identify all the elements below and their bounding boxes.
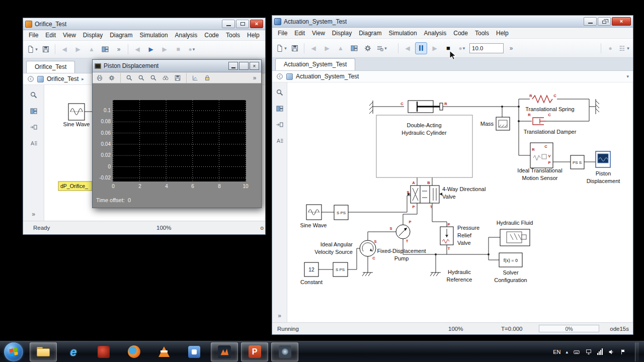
zoom-button[interactable] [124,73,134,83]
forward-icon[interactable]: ▶ [321,42,333,54]
taskbar-vlc-button[interactable] [150,342,178,361]
minimize-button[interactable] [228,62,238,70]
orifice-titlebar[interactable]: Orifice_Test × [23,18,265,30]
network-icon[interactable] [597,348,603,355]
hydraulic-reference-block[interactable] [430,273,441,276]
step-back-icon[interactable]: ◀ [401,42,414,54]
hydraulic-cylinder-block[interactable] [408,101,443,113]
restore-axes-button[interactable] [190,73,200,83]
menu-simulation[interactable]: Simulation [136,31,172,40]
menu-tools[interactable]: Tools [222,31,244,40]
volume-icon[interactable] [608,348,615,355]
stop-icon[interactable]: ■ [172,43,184,55]
directional-valve-block[interactable] [408,186,442,203]
toolbar-overflow-icon[interactable]: » [505,42,517,54]
sine-wave-block[interactable] [306,205,321,220]
sample-time-button[interactable]: ▾ [618,42,630,54]
hydraulic-fluid-block[interactable] [500,229,530,246]
stop-time-input[interactable] [469,43,504,53]
back-icon[interactable]: ◀ [307,42,319,54]
menu-simulation[interactable]: Simulation [385,29,421,38]
pressure-relief-valve-block[interactable] [440,227,453,245]
s-ps-converter-block-2[interactable]: S PS [333,262,348,277]
show-desktop-button[interactable] [635,342,639,361]
angular-velocity-source-block[interactable] [360,240,376,256]
browser-toggle-icon[interactable] [27,75,34,82]
library-browser-button[interactable] [99,43,111,55]
menu-code[interactable]: Code [201,31,222,40]
menu-view[interactable]: View [308,29,329,38]
simulation-data-button[interactable]: ▾ [375,42,387,54]
start-button[interactable] [4,342,23,361]
library-panes-icon[interactable] [276,105,284,113]
tray-chevron-icon[interactable]: ▴ [566,349,568,354]
menu-tools[interactable]: Tools [471,29,493,38]
actuation-titlebar[interactable]: Actuation_System_Test × [272,16,633,28]
zoom-x-button[interactable] [136,73,146,83]
new-model-button[interactable]: ▾ [275,42,287,54]
zoom-icon[interactable] [276,88,284,97]
library-panes-icon[interactable] [30,107,38,115]
zoom-icon[interactable] [30,91,38,99]
refresh-button[interactable]: ● [604,42,616,54]
step-forward-icon[interactable]: ▶ [158,43,171,55]
save-axes-button[interactable] [173,73,183,83]
action-center-flag-icon[interactable] [620,348,627,355]
annotation-icon[interactable] [30,139,38,147]
taskbar-matlab-button[interactable] [211,342,238,361]
taskbar-explorer-button[interactable] [30,342,57,361]
tab-orifice-test[interactable]: Orifice_Test [26,61,75,73]
browser-toggle-icon[interactable] [276,73,283,80]
menu-view[interactable]: View [59,31,79,40]
signal-route-icon[interactable] [30,123,38,131]
piston-displacement-scope-block[interactable] [596,151,610,167]
restore-button[interactable] [598,17,611,26]
menu-diagram[interactable]: Diagram [106,31,136,40]
lock-axes-button[interactable] [202,73,212,83]
taskbar-blue-app-button[interactable] [181,342,208,361]
signal-route-icon[interactable] [276,121,284,129]
scope-plot-axes[interactable] [113,100,246,182]
taskbar-powerpoint-button[interactable]: P [241,342,268,361]
forward-icon[interactable]: ▶ [72,43,84,55]
breadcrumb-dropdown-icon[interactable]: ▾ [626,74,629,79]
toolbar-overflow-icon[interactable]: » [113,43,125,55]
actuation-canvas[interactable]: PS S S PS [287,82,632,322]
new-model-button[interactable]: ▾ [26,43,38,55]
step-forward-icon[interactable]: ▶ [429,42,441,54]
sim-mode-button[interactable]: ●▾ [186,43,198,55]
taskbar-firefox-button[interactable] [120,342,147,361]
taskbar-red-app-button[interactable] [90,342,117,361]
close-button[interactable]: × [250,62,259,70]
annotation-icon[interactable] [276,137,284,145]
keyboard-icon[interactable] [573,348,580,355]
print-button[interactable] [95,73,105,83]
pump-block[interactable] [396,225,410,239]
menu-file[interactable]: File [25,31,42,40]
taskbar-recorder-button[interactable] [271,342,298,361]
menu-help[interactable]: Help [244,31,263,40]
zoom-y-button[interactable] [148,73,158,83]
s-ps-converter-block[interactable]: S PS [334,205,348,220]
language-indicator[interactable]: EN [553,349,560,355]
menu-display[interactable]: Display [329,29,355,38]
parameters-button[interactable] [107,73,117,83]
model-settings-button[interactable] [362,42,374,54]
step-back-icon[interactable]: ◀ [131,43,143,55]
translational-spring-block[interactable] [532,96,552,103]
constant-block[interactable]: 12 [304,262,318,277]
minimize-button[interactable] [584,17,597,26]
scope-titlebar[interactable]: Piston Displacement × [93,60,261,72]
menu-file[interactable]: File [274,29,291,38]
autoscale-button[interactable] [160,73,171,83]
menu-diagram[interactable]: Diagram [355,29,385,38]
breadcrumb-model-name[interactable]: Orifice_Test [47,75,78,82]
save-button[interactable] [289,42,301,54]
solver-configuration-block[interactable]: f(x) = 0 [499,253,522,267]
minimize-button[interactable] [222,20,235,28]
maximize-button[interactable] [236,20,249,28]
translational-damper-block[interactable] [533,118,546,125]
scope-toolbar-overflow-icon[interactable]: » [250,73,259,83]
close-button[interactable]: × [612,17,631,26]
up-icon[interactable]: ▲ [86,43,98,55]
